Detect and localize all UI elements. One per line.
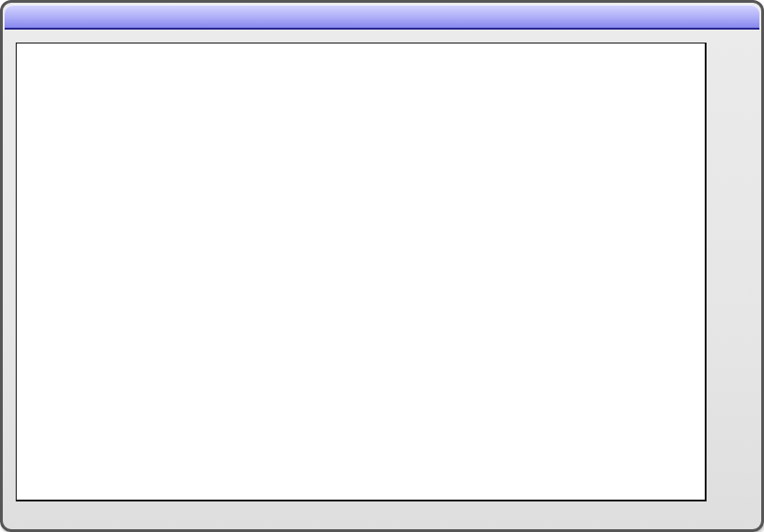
chart-window-frame	[0, 0, 764, 532]
title-bar	[5, 5, 759, 30]
plot-area	[16, 43, 707, 501]
production-area-chart	[17, 43, 705, 500]
